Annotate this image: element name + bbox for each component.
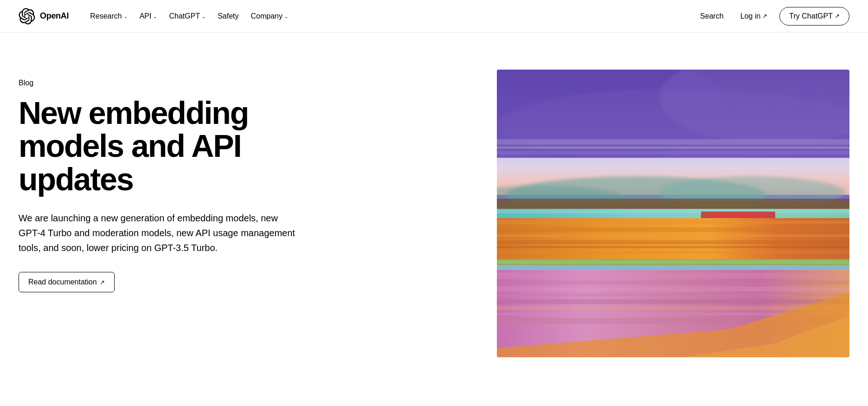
svg-rect-24	[497, 240, 849, 244]
svg-rect-17	[497, 210, 849, 213]
abstract-painting-svg	[497, 70, 849, 357]
hero-left: Blog New embedding models and API update…	[19, 70, 334, 292]
svg-rect-5	[497, 146, 849, 149]
read-documentation-button[interactable]: Read documentation ↗	[19, 272, 115, 292]
nav-safety[interactable]: Safety	[213, 8, 243, 24]
read-doc-arrow-icon: ↗	[100, 279, 105, 286]
hero-description: We are launching a new generation of emb…	[19, 211, 297, 255]
svg-rect-23	[497, 234, 849, 237]
svg-rect-28	[497, 260, 849, 264]
svg-rect-22	[497, 227, 849, 232]
nav-chatgpt[interactable]: ChatGPT ⌄	[164, 8, 210, 24]
read-doc-label: Read documentation	[28, 278, 97, 286]
try-chatgpt-button[interactable]: Try ChatGPT ↗	[779, 7, 849, 26]
svg-rect-19	[710, 213, 766, 218]
nav-left: OpenAI Research ⌄ API ⌄ ChatGPT ⌄ Safety…	[19, 8, 293, 25]
svg-rect-34	[497, 293, 849, 296]
svg-rect-33	[497, 287, 849, 291]
hero-right	[371, 70, 849, 357]
api-chevron-icon: ⌄	[153, 14, 157, 19]
svg-rect-35	[497, 299, 849, 304]
try-chatgpt-label: Try ChatGPT	[789, 12, 833, 20]
logo[interactable]: OpenAI	[19, 8, 69, 25]
svg-rect-32	[497, 281, 849, 284]
search-button[interactable]: Search	[695, 8, 728, 24]
svg-rect-8	[497, 159, 849, 166]
nav-company[interactable]: Company ⌄	[246, 8, 293, 24]
chatgpt-chevron-icon: ⌄	[202, 14, 206, 19]
nav-links: Research ⌄ API ⌄ ChatGPT ⌄ Safety Compan…	[85, 8, 293, 24]
svg-rect-26	[497, 251, 849, 254]
login-button[interactable]: Log in ↗	[736, 8, 772, 24]
company-chevron-icon: ⌄	[284, 14, 288, 19]
svg-rect-4	[497, 139, 849, 145]
login-arrow-icon: ↗	[762, 13, 767, 19]
try-chatgpt-arrow-icon: ↗	[835, 13, 840, 19]
svg-rect-6	[497, 151, 849, 155]
svg-rect-25	[497, 246, 849, 248]
nav-research-label: Research	[90, 12, 122, 20]
login-label: Log in	[740, 12, 761, 20]
svg-rect-31	[497, 273, 849, 278]
nav-api-label: API	[140, 12, 152, 20]
research-chevron-icon: ⌄	[124, 14, 128, 19]
logo-text: OpenAI	[40, 11, 69, 21]
svg-rect-9	[497, 167, 849, 176]
hero-title: New embedding models and API updates	[19, 97, 334, 196]
nav-api[interactable]: API ⌄	[135, 8, 162, 24]
nav-chatgpt-label: ChatGPT	[169, 12, 200, 20]
main-content: Blog New embedding models and API update…	[0, 32, 868, 406]
nav-safety-label: Safety	[218, 12, 238, 20]
navbar: OpenAI Research ⌄ API ⌄ ChatGPT ⌄ Safety…	[0, 0, 868, 32]
nav-research[interactable]: Research ⌄	[85, 8, 132, 24]
svg-rect-21	[497, 220, 849, 224]
nav-right: Search Log in ↗ Try ChatGPT ↗	[695, 7, 849, 26]
nav-company-label: Company	[251, 12, 283, 20]
hero-image	[497, 70, 849, 357]
openai-logo-icon	[19, 8, 35, 25]
blog-label: Blog	[19, 79, 334, 87]
